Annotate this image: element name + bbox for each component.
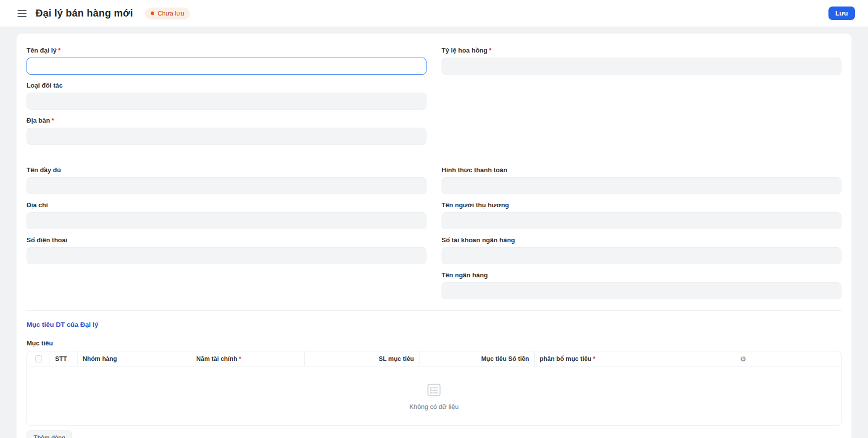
grid-actions-cell: ⚙ [645, 351, 841, 366]
empty-list-icon [425, 381, 443, 398]
hinh-thuc-thanh-toan-label: Hình thức thanh toán [442, 166, 841, 174]
field-hinh-thuc-thanh-toan: Hình thức thanh toán [442, 166, 841, 194]
grid-empty-state: Không có dữ liệu [27, 366, 841, 425]
field-ten-ngan-hang: Tên ngân hàng [442, 271, 841, 299]
ten-nguoi-thu-huong-input[interactable] [442, 212, 841, 229]
ten-day-du-label: Tên đầy đủ [27, 166, 426, 174]
required-marker: * [239, 355, 241, 362]
field-dia-chi: Địa chỉ [27, 201, 426, 229]
section-main-right-column: Tỷ lệ hoa hồng* [442, 47, 841, 152]
loai-doi-tac-input[interactable] [27, 93, 426, 110]
field-so-tai-khoan-ngan-hang: Số tài khoản ngân hàng [442, 236, 841, 264]
grid-select-all-cell [27, 351, 50, 366]
dia-ban-label: Địa bàn* [27, 117, 426, 125]
hinh-thuc-thanh-toan-input[interactable] [442, 177, 841, 194]
field-ty-le-hoa-hong: Tỷ lệ hoa hồng* [442, 47, 841, 75]
field-loai-doi-tac: Loại đối tác [27, 82, 426, 110]
label-text: Tên ngân hàng [442, 271, 488, 279]
col-header-stt: STT [50, 351, 78, 366]
page-title: Đại lý bán hàng mới [36, 8, 133, 19]
ten-dai-ly-label: Tên đại lý* [27, 47, 426, 55]
col-label: Mục tiêu Số tiền [481, 355, 529, 362]
required-marker: * [489, 47, 492, 54]
col-label: SL mục tiêu [378, 355, 414, 362]
so-tai-khoan-ngan-hang-label: Số tài khoản ngân hàng [442, 236, 841, 244]
label-text: Tỷ lệ hoa hồng [442, 47, 488, 54]
field-dia-ban: Địa bàn* [27, 117, 426, 145]
targets-table-label: Mục tiêu [27, 339, 841, 347]
ten-ngan-hang-label: Tên ngân hàng [442, 271, 841, 279]
ten-nguoi-thu-huong-label: Tên người thụ hưởng [442, 201, 841, 209]
required-marker: * [52, 117, 54, 124]
field-ten-day-du: Tên đầy đủ [27, 166, 426, 194]
col-label: phân bổ mục tiêu [540, 355, 591, 362]
menu-icon[interactable] [17, 9, 28, 19]
grid-settings-gear-icon[interactable]: ⚙ [740, 355, 746, 362]
status-dot-icon [151, 12, 154, 15]
col-label: Nhóm hàng [83, 355, 117, 362]
label-text: Tên đầy đủ [27, 166, 61, 174]
required-marker: * [58, 47, 61, 54]
label-text: Hình thức thanh toán [442, 166, 507, 174]
dia-chi-label: Địa chỉ [27, 201, 426, 209]
ty-le-hoa-hong-input[interactable] [442, 58, 841, 75]
col-header-phan-bo-muc-tieu: phân bổ mục tiêu* [535, 351, 645, 366]
field-so-dien-thoai: Số điện thoại [27, 236, 426, 264]
label-text: Địa chỉ [27, 201, 48, 209]
targets-grid: STT Nhóm hàng Năm tài chính* SL mục tiêu… [27, 351, 841, 426]
section-main-left-column: Tên đại lý* Loại đối tác Địa bàn* [27, 47, 426, 152]
section-contact-left-column: Tên đầy đủ Địa chỉ Số điện thoại [27, 166, 426, 306]
col-label: STT [55, 355, 67, 362]
section-contact-bank: Tên đầy đủ Địa chỉ Số điện thoại Hình [27, 156, 841, 311]
field-ten-nguoi-thu-huong: Tên người thụ hưởng [442, 201, 841, 229]
label-text: Tên người thụ hưởng [442, 201, 509, 209]
required-marker: * [593, 355, 595, 362]
section-main: Tên đại lý* Loại đối tác Địa bàn* Tỷ [27, 47, 841, 156]
field-ten-dai-ly: Tên đại lý* [27, 47, 426, 75]
col-header-sl-muc-tieu: SL mục tiêu [305, 351, 419, 366]
label-text: Loại đối tác [27, 82, 63, 89]
ty-le-hoa-hong-label: Tỷ lệ hoa hồng* [442, 47, 841, 55]
navbar: Đại lý bán hàng mới Chưa lưu Lưu [0, 0, 868, 27]
ten-ngan-hang-input[interactable] [442, 282, 841, 299]
label-text: Số điện thoại [27, 236, 68, 244]
section-targets: Mục tiêu DT của Đại lý Mục tiêu STT Nhóm… [27, 311, 841, 438]
targets-section-heading[interactable]: Mục tiêu DT của Đại lý [27, 321, 841, 328]
ten-day-du-input[interactable] [27, 177, 426, 194]
so-tai-khoan-ngan-hang-input[interactable] [442, 247, 841, 264]
select-all-checkbox[interactable] [35, 355, 42, 362]
ten-dai-ly-input[interactable] [27, 58, 426, 75]
so-dien-thoai-label: Số điện thoại [27, 236, 426, 244]
dia-ban-input[interactable] [27, 128, 426, 145]
save-button[interactable]: Lưu [828, 7, 855, 20]
section-bank-right-column: Hình thức thanh toán Tên người thụ hưởng… [442, 166, 841, 306]
so-dien-thoai-input[interactable] [27, 247, 426, 264]
status-badge-label: Chưa lưu [158, 10, 184, 17]
col-header-nam-tai-chinh: Năm tài chính* [191, 351, 305, 366]
col-header-muc-tieu-so-tien: Mục tiêu Số tiền [419, 351, 535, 366]
label-text: Số tài khoản ngân hàng [442, 236, 515, 244]
add-row-button[interactable]: Thêm dòng [27, 430, 72, 438]
status-badge: Chưa lưu [145, 8, 190, 20]
grid-header-row: STT Nhóm hàng Năm tài chính* SL mục tiêu… [27, 351, 841, 366]
col-header-nhom-hang: Nhóm hàng [78, 351, 191, 366]
loai-doi-tac-label: Loại đối tác [27, 82, 426, 90]
form-card: Tên đại lý* Loại đối tác Địa bàn* Tỷ [17, 34, 851, 438]
dia-chi-input[interactable] [27, 212, 426, 229]
col-label: Năm tài chính [196, 355, 237, 362]
label-text: Địa bàn [27, 117, 50, 124]
label-text: Tên đại lý [27, 47, 57, 54]
empty-state-text: Không có dữ liệu [409, 403, 459, 410]
